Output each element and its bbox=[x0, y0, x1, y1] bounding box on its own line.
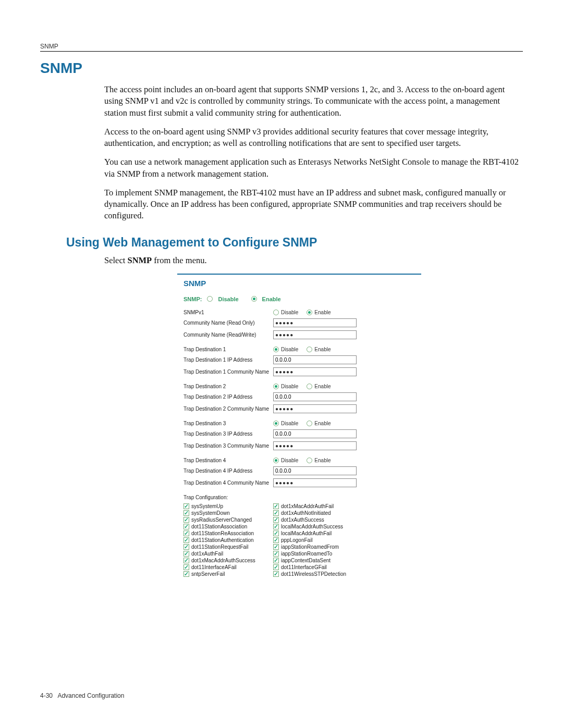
trap-dest-1-ip-label: Trap Destination 1 IP Address bbox=[183, 357, 273, 363]
trap-text: dot1xAuthSuccess bbox=[281, 517, 324, 523]
trap-dest-4-comm-input[interactable]: ●●●●● bbox=[273, 478, 357, 487]
select-instruction: Select SNMP from the menu. bbox=[40, 255, 523, 266]
trap-checkbox-right-10[interactable] bbox=[273, 571, 279, 577]
trap-dest-3-enable-radio[interactable] bbox=[307, 421, 312, 426]
trap-checkbox-right-4[interactable] bbox=[273, 530, 279, 536]
trap-dest-4-label: Trap Destination 4 bbox=[183, 458, 273, 463]
trap-item: dot11StationAuthentication bbox=[183, 537, 273, 543]
trap-dest-3-ip-label: Trap Destination 3 IP Address bbox=[183, 431, 273, 437]
trap-item: sysSystemDown bbox=[183, 510, 273, 516]
trap-dest-2-disable-radio[interactable] bbox=[273, 384, 279, 389]
trap-item: dot11InterfaceAFail bbox=[183, 564, 273, 570]
trap-checkbox-right-7[interactable] bbox=[273, 551, 279, 557]
intro-paragraph-3: You can use a network management applica… bbox=[40, 156, 523, 180]
trap-text: dot1xAuthFail bbox=[191, 551, 223, 557]
snmp-disable-radio[interactable] bbox=[207, 296, 213, 302]
snmpv1-disable-radio[interactable] bbox=[273, 310, 279, 315]
trap-dest-1-comm-label: Trap Destination 1 Community Name bbox=[183, 369, 273, 375]
snmpv1-enable-radio[interactable] bbox=[307, 310, 312, 315]
trap-text: dot11StationRequestFail bbox=[191, 544, 249, 550]
trap-dest-2-comm-label: Trap Destination 2 Community Name bbox=[183, 406, 273, 412]
trap-text: sntpServerFail bbox=[191, 571, 225, 577]
trap-dest-4-disable-label: Disable bbox=[281, 458, 298, 463]
trap-text: iappStationRoamedFrom bbox=[281, 544, 339, 550]
community-ro-input[interactable]: ●●●●● bbox=[273, 318, 357, 327]
trap-text: localMacAddrAuthFail bbox=[281, 530, 332, 536]
trap-dest-2-ip-input[interactable] bbox=[273, 392, 357, 401]
trap-checkbox-left-5[interactable] bbox=[183, 537, 189, 543]
trap-checkbox-left-8[interactable] bbox=[183, 558, 189, 563]
trap-dest-1-comm-input[interactable]: ●●●●● bbox=[273, 367, 357, 376]
trap-item: iappStationRoamedFrom bbox=[273, 544, 363, 550]
intro-paragraph-1: The access point includes an on-board ag… bbox=[40, 84, 523, 119]
snmpv1-label: SNMPv1 bbox=[183, 310, 273, 315]
trap-text: dot1xMacAddrAuthFail bbox=[281, 503, 334, 509]
trap-text: iappContextDataSent bbox=[281, 558, 331, 563]
trap-dest-1-enable-label: Enable bbox=[314, 347, 331, 352]
trap-dest-3-comm-input[interactable]: ●●●●● bbox=[273, 441, 357, 450]
trap-item: dot1xAuthNotInitiated bbox=[273, 510, 363, 516]
trap-dest-2-ip-label: Trap Destination 2 IP Address bbox=[183, 394, 273, 400]
trap-checkbox-right-8[interactable] bbox=[273, 558, 279, 563]
trap-dest-2-comm-input[interactable]: ●●●●● bbox=[273, 404, 357, 413]
trap-item: dot11StationAssociation bbox=[183, 524, 273, 529]
trap-dest-1-ip-input[interactable] bbox=[273, 355, 357, 364]
trap-checkbox-left-7[interactable] bbox=[183, 551, 189, 557]
trap-item: dot1xMacAddrAuthSuccess bbox=[183, 558, 273, 563]
trap-checkbox-left-6[interactable] bbox=[183, 544, 189, 550]
trap-dest-2-label: Trap Destination 2 bbox=[183, 384, 273, 389]
trap-item: localMacAddrAuthFail bbox=[273, 530, 363, 536]
trap-text: dot11InterfaceAFail bbox=[191, 564, 237, 570]
trap-checkbox-right-5[interactable] bbox=[273, 537, 279, 543]
trap-dest-3-comm-label: Trap Destination 3 Community Name bbox=[183, 443, 273, 449]
page-number: 4-30 bbox=[40, 692, 53, 699]
trap-item: pppLogonFail bbox=[273, 537, 363, 543]
trap-item: iappStationRoamedTo bbox=[273, 551, 363, 557]
section-heading: Using Web Management to Configure SNMP bbox=[66, 236, 523, 250]
running-header: SNMP bbox=[40, 43, 523, 50]
trap-dest-1-enable-radio[interactable] bbox=[307, 347, 312, 352]
trap-text: localMacAddrAuthSuccess bbox=[281, 524, 343, 529]
trap-dest-4-ip-label: Trap Destination 4 IP Address bbox=[183, 468, 273, 474]
snmp-label: SNMP: bbox=[183, 296, 202, 302]
trap-dest-3-label: Trap Destination 3 bbox=[183, 421, 273, 426]
intro-paragraph-4: To implement SNMP management, the RBT-41… bbox=[40, 187, 523, 222]
trap-checkbox-right-6[interactable] bbox=[273, 544, 279, 550]
trap-dest-4-enable-label: Enable bbox=[314, 458, 331, 463]
trap-text: dot1xMacAddrAuthSuccess bbox=[191, 558, 255, 563]
trap-checkbox-left-0[interactable] bbox=[183, 503, 189, 509]
intro-paragraph-2: Access to the on-board agent using SNMP … bbox=[40, 126, 523, 150]
trap-dest-1-disable-radio[interactable] bbox=[273, 347, 279, 352]
trap-checkbox-left-1[interactable] bbox=[183, 510, 189, 516]
trap-item: dot1xAuthFail bbox=[183, 551, 273, 557]
trap-checkbox-right-0[interactable] bbox=[273, 503, 279, 509]
select-prefix: Select bbox=[104, 255, 127, 265]
snmp-master-toggle: SNMP: Disable Enable bbox=[183, 296, 421, 302]
trap-dest-4-enable-radio[interactable] bbox=[307, 458, 312, 463]
trap-checkbox-left-10[interactable] bbox=[183, 571, 189, 577]
trap-checkbox-left-9[interactable] bbox=[183, 564, 189, 570]
trap-dest-1-label: Trap Destination 1 bbox=[183, 347, 273, 352]
snmp-config-panel: SNMP SNMP: Disable Enable SNMPv1 Disable… bbox=[177, 274, 421, 578]
trap-dest-2-enable-radio[interactable] bbox=[307, 384, 312, 389]
trap-checkbox-right-3[interactable] bbox=[273, 524, 279, 529]
trap-checkbox-left-4[interactable] bbox=[183, 530, 189, 536]
trap-checkbox-right-1[interactable] bbox=[273, 510, 279, 516]
trap-dest-4-disable-radio[interactable] bbox=[273, 458, 279, 463]
community-rw-input[interactable]: ●●●●● bbox=[273, 330, 357, 339]
trap-item: dot11StationRequestFail bbox=[183, 544, 273, 550]
trap-text: sysSystemDown bbox=[191, 510, 230, 516]
trap-dest-4-comm-label: Trap Destination 4 Community Name bbox=[183, 480, 273, 486]
trap-checkbox-right-2[interactable] bbox=[273, 517, 279, 523]
trap-checkbox-left-3[interactable] bbox=[183, 524, 189, 529]
trap-checkbox-left-2[interactable] bbox=[183, 517, 189, 523]
trap-checkbox-right-9[interactable] bbox=[273, 564, 279, 570]
trap-dest-3-disable-radio[interactable] bbox=[273, 421, 279, 426]
trap-item: sysSystemUp bbox=[183, 503, 273, 509]
trap-dest-4-ip-input[interactable] bbox=[273, 466, 357, 475]
page-title: SNMP bbox=[40, 60, 523, 77]
trap-text: dot11InterfaceGFail bbox=[281, 564, 327, 570]
snmp-disable-radio-label: Disable bbox=[218, 296, 238, 302]
trap-dest-3-ip-input[interactable] bbox=[273, 429, 357, 438]
snmp-enable-radio[interactable] bbox=[251, 296, 257, 302]
